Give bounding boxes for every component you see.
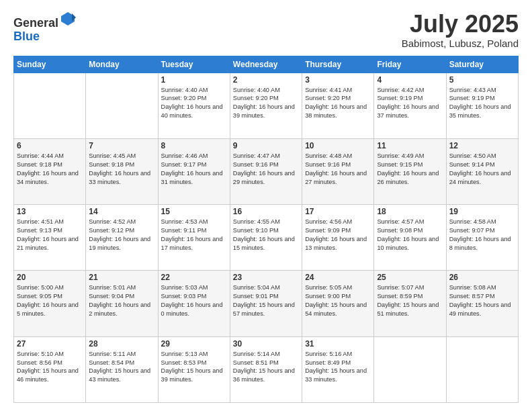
day-number: 19 bbox=[449, 207, 515, 216]
day-info: Sunrise: 4:44 AM Sunset: 9:18 PM Dayligh… bbox=[17, 152, 83, 187]
day-info: Sunrise: 4:55 AM Sunset: 9:10 PM Dayligh… bbox=[233, 218, 299, 253]
day-info: Sunrise: 4:40 AM Sunset: 9:20 PM Dayligh… bbox=[233, 86, 299, 121]
day-info: Sunrise: 4:45 AM Sunset: 9:18 PM Dayligh… bbox=[89, 152, 154, 187]
day-number: 13 bbox=[17, 207, 83, 216]
day-info: Sunrise: 4:48 AM Sunset: 9:16 PM Dayligh… bbox=[305, 152, 371, 187]
day-info: Sunrise: 4:50 AM Sunset: 9:14 PM Dayligh… bbox=[449, 152, 515, 187]
day-info: Sunrise: 4:56 AM Sunset: 9:09 PM Dayligh… bbox=[305, 218, 371, 253]
table-row: 21Sunrise: 5:01 AM Sunset: 9:04 PM Dayli… bbox=[86, 271, 158, 336]
page: General Blue July 2025 Babimost, Lubusz,… bbox=[0, 0, 532, 411]
table-row: 29Sunrise: 5:13 AM Sunset: 8:53 PM Dayli… bbox=[158, 336, 230, 402]
day-number: 28 bbox=[89, 339, 154, 349]
table-row: 18Sunrise: 4:57 AM Sunset: 9:08 PM Dayli… bbox=[374, 205, 446, 271]
table-row: 3Sunrise: 4:41 AM Sunset: 9:20 PM Daylig… bbox=[302, 73, 374, 138]
day-number: 16 bbox=[233, 207, 299, 216]
day-info: Sunrise: 4:58 AM Sunset: 9:07 PM Dayligh… bbox=[449, 218, 515, 253]
table-row: 27Sunrise: 5:10 AM Sunset: 8:56 PM Dayli… bbox=[14, 336, 86, 402]
day-info: Sunrise: 5:03 AM Sunset: 9:03 PM Dayligh… bbox=[161, 283, 227, 318]
day-info: Sunrise: 5:07 AM Sunset: 8:59 PM Dayligh… bbox=[377, 283, 443, 318]
day-info: Sunrise: 4:41 AM Sunset: 9:20 PM Dayligh… bbox=[305, 86, 371, 121]
table-row: 22Sunrise: 5:03 AM Sunset: 9:03 PM Dayli… bbox=[158, 271, 230, 336]
day-number: 7 bbox=[89, 141, 154, 150]
day-info: Sunrise: 4:53 AM Sunset: 9:11 PM Dayligh… bbox=[161, 218, 227, 253]
day-number: 22 bbox=[161, 273, 227, 282]
col-wednesday: Wednesday bbox=[230, 56, 302, 73]
col-saturday: Saturday bbox=[446, 56, 518, 73]
table-row: 20Sunrise: 5:00 AM Sunset: 9:05 PM Dayli… bbox=[14, 271, 86, 336]
table-row: 9Sunrise: 4:47 AM Sunset: 9:16 PM Daylig… bbox=[230, 138, 302, 204]
day-info: Sunrise: 4:51 AM Sunset: 9:13 PM Dayligh… bbox=[17, 218, 83, 253]
table-row: 31Sunrise: 5:16 AM Sunset: 8:49 PM Dayli… bbox=[302, 336, 374, 402]
calendar-table: Sunday Monday Tuesday Wednesday Thursday… bbox=[13, 56, 519, 403]
day-info: Sunrise: 5:08 AM Sunset: 8:57 PM Dayligh… bbox=[449, 283, 515, 318]
day-info: Sunrise: 4:43 AM Sunset: 9:19 PM Dayligh… bbox=[449, 86, 515, 121]
day-number: 27 bbox=[17, 339, 83, 349]
day-number: 11 bbox=[377, 141, 443, 150]
table-row: 10Sunrise: 4:48 AM Sunset: 9:16 PM Dayli… bbox=[302, 138, 374, 204]
day-info: Sunrise: 4:46 AM Sunset: 9:17 PM Dayligh… bbox=[161, 152, 227, 187]
day-info: Sunrise: 5:04 AM Sunset: 9:01 PM Dayligh… bbox=[233, 283, 299, 318]
table-row bbox=[446, 336, 518, 402]
day-number: 26 bbox=[449, 273, 515, 282]
day-number: 1 bbox=[161, 75, 227, 85]
day-number: 14 bbox=[89, 207, 154, 216]
day-number: 29 bbox=[161, 339, 227, 349]
logo-text: General Blue bbox=[13, 11, 76, 44]
table-row: 15Sunrise: 4:53 AM Sunset: 9:11 PM Dayli… bbox=[158, 205, 230, 271]
col-tuesday: Tuesday bbox=[158, 56, 230, 73]
location-subtitle: Babimost, Lubusz, Poland bbox=[402, 38, 519, 49]
day-number: 15 bbox=[161, 207, 227, 216]
day-info: Sunrise: 5:01 AM Sunset: 9:04 PM Dayligh… bbox=[89, 283, 154, 318]
calendar-week-row: 13Sunrise: 4:51 AM Sunset: 9:13 PM Dayli… bbox=[14, 205, 519, 271]
calendar-week-row: 1Sunrise: 4:40 AM Sunset: 9:20 PM Daylig… bbox=[14, 73, 519, 138]
logo-name: General Blue bbox=[13, 11, 76, 44]
table-row bbox=[374, 336, 446, 402]
table-row: 11Sunrise: 4:49 AM Sunset: 9:15 PM Dayli… bbox=[374, 138, 446, 204]
day-number: 9 bbox=[233, 141, 299, 150]
day-info: Sunrise: 4:42 AM Sunset: 9:19 PM Dayligh… bbox=[377, 86, 443, 121]
day-number: 2 bbox=[233, 75, 299, 85]
col-thursday: Thursday bbox=[302, 56, 374, 73]
table-row: 17Sunrise: 4:56 AM Sunset: 9:09 PM Dayli… bbox=[302, 205, 374, 271]
day-number: 23 bbox=[233, 273, 299, 282]
table-row: 8Sunrise: 4:46 AM Sunset: 9:17 PM Daylig… bbox=[158, 138, 230, 204]
day-number: 8 bbox=[161, 141, 227, 150]
table-row: 4Sunrise: 4:42 AM Sunset: 9:19 PM Daylig… bbox=[374, 73, 446, 138]
table-row: 5Sunrise: 4:43 AM Sunset: 9:19 PM Daylig… bbox=[446, 73, 518, 138]
table-row bbox=[14, 73, 86, 138]
table-row: 23Sunrise: 5:04 AM Sunset: 9:01 PM Dayli… bbox=[230, 271, 302, 336]
day-number: 5 bbox=[449, 75, 515, 85]
day-number: 3 bbox=[305, 75, 371, 85]
day-number: 25 bbox=[377, 273, 443, 282]
table-row: 16Sunrise: 4:55 AM Sunset: 9:10 PM Dayli… bbox=[230, 205, 302, 271]
table-row: 19Sunrise: 4:58 AM Sunset: 9:07 PM Dayli… bbox=[446, 205, 518, 271]
day-info: Sunrise: 5:00 AM Sunset: 9:05 PM Dayligh… bbox=[17, 283, 83, 318]
table-row: 7Sunrise: 4:45 AM Sunset: 9:18 PM Daylig… bbox=[86, 138, 158, 204]
col-sunday: Sunday bbox=[14, 56, 86, 73]
logo-blue: Blue bbox=[13, 30, 40, 43]
day-info: Sunrise: 4:40 AM Sunset: 9:20 PM Dayligh… bbox=[161, 86, 227, 121]
day-number: 17 bbox=[305, 207, 371, 216]
day-number: 10 bbox=[305, 141, 371, 150]
day-info: Sunrise: 5:05 AM Sunset: 9:00 PM Dayligh… bbox=[305, 283, 371, 318]
calendar-week-row: 20Sunrise: 5:00 AM Sunset: 9:05 PM Dayli… bbox=[14, 271, 519, 336]
day-info: Sunrise: 4:57 AM Sunset: 9:08 PM Dayligh… bbox=[377, 218, 443, 253]
logo-general: General bbox=[13, 16, 58, 30]
day-info: Sunrise: 5:14 AM Sunset: 8:51 PM Dayligh… bbox=[233, 350, 299, 385]
day-info: Sunrise: 4:47 AM Sunset: 9:16 PM Dayligh… bbox=[233, 152, 299, 187]
day-number: 21 bbox=[89, 273, 154, 282]
table-row: 25Sunrise: 5:07 AM Sunset: 8:59 PM Dayli… bbox=[374, 271, 446, 336]
table-row: 24Sunrise: 5:05 AM Sunset: 9:00 PM Dayli… bbox=[302, 271, 374, 336]
month-title: July 2025 bbox=[402, 11, 519, 38]
day-number: 4 bbox=[377, 75, 443, 85]
day-number: 30 bbox=[233, 339, 299, 349]
table-row bbox=[86, 73, 158, 138]
table-row: 13Sunrise: 4:51 AM Sunset: 9:13 PM Dayli… bbox=[14, 205, 86, 271]
title-block: July 2025 Babimost, Lubusz, Poland bbox=[402, 11, 519, 49]
col-monday: Monday bbox=[86, 56, 158, 73]
day-info: Sunrise: 5:11 AM Sunset: 8:54 PM Dayligh… bbox=[89, 350, 154, 385]
day-info: Sunrise: 5:16 AM Sunset: 8:49 PM Dayligh… bbox=[305, 350, 371, 385]
header: General Blue July 2025 Babimost, Lubusz,… bbox=[13, 11, 519, 49]
table-row: 30Sunrise: 5:14 AM Sunset: 8:51 PM Dayli… bbox=[230, 336, 302, 402]
table-row: 28Sunrise: 5:11 AM Sunset: 8:54 PM Dayli… bbox=[86, 336, 158, 402]
